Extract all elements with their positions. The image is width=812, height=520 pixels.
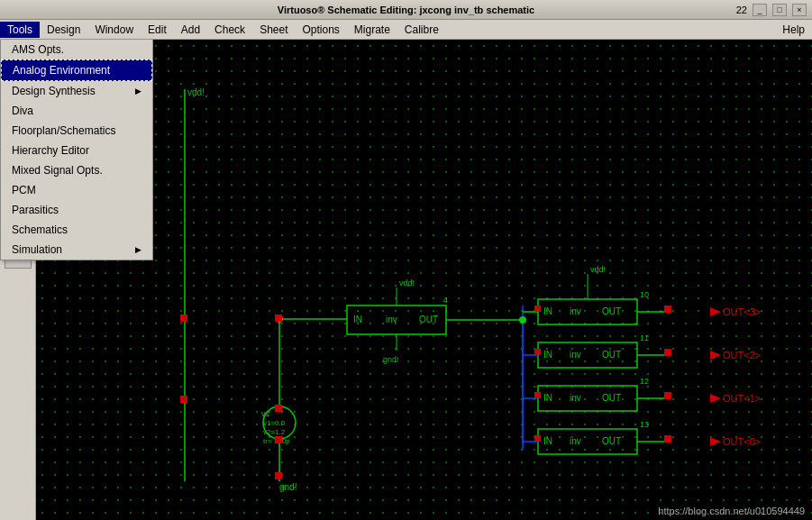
window-number: 22 (736, 5, 747, 15)
svg-text:v1=0.0: v1=0.0 (263, 419, 286, 427)
dropdown-floorplan-schematics[interactable]: Floorplan/Schematics (1, 121, 152, 141)
svg-rect-34 (275, 436, 282, 443)
svg-text:13: 13 (640, 420, 649, 429)
dropdown-diva[interactable]: Diva (1, 101, 152, 121)
dropdown-schematics[interactable]: Schematics (1, 220, 152, 240)
svg-text:10: 10 (640, 290, 649, 299)
svg-rect-88 (534, 435, 541, 442)
titlebar: Virtuoso® Schematic Editing: jxcong inv_… (0, 0, 812, 20)
svg-marker-79 (710, 437, 721, 446)
menu-calibre[interactable]: Calibre (397, 22, 446, 38)
menu-add[interactable]: Add (174, 22, 207, 38)
svg-text:inv: inv (386, 315, 397, 324)
svg-marker-52 (710, 307, 721, 316)
svg-text:v1: v1 (261, 409, 270, 418)
menu-check[interactable]: Check (207, 22, 252, 38)
svg-rect-31 (180, 396, 187, 403)
svg-text:11: 11 (640, 333, 649, 342)
svg-text:OUT: OUT (602, 306, 621, 316)
svg-text:IN: IN (543, 306, 552, 316)
close-button[interactable]: × (792, 4, 807, 16)
svg-rect-32 (275, 315, 282, 322)
svg-text:inv: inv (570, 436, 581, 446)
dropdown-simulation[interactable]: Simulation▶ (1, 240, 152, 260)
svg-marker-70 (710, 394, 721, 403)
menubar: Tools Design Window Edit Add Check Sheet… (0, 20, 812, 40)
svg-rect-78 (664, 435, 671, 442)
dropdown-mixed-signal-opts[interactable]: Mixed Signal Opts. (1, 160, 152, 180)
svg-text:IN: IN (353, 315, 362, 324)
svg-text:IN: IN (543, 393, 552, 403)
svg-text:gnd!: gnd! (279, 482, 297, 492)
svg-text:vdd!: vdd! (399, 278, 415, 287)
svg-rect-85 (534, 306, 541, 312)
dropdown-pcm[interactable]: PCM (1, 180, 152, 200)
svg-text:vdd!: vdd! (187, 87, 205, 97)
svg-text:inv: inv (570, 306, 581, 316)
dropdown-analog-environment[interactable]: Analog Environment (1, 59, 152, 81)
svg-rect-63 (538, 386, 637, 411)
svg-rect-60 (664, 349, 671, 356)
menu-edit[interactable]: Edit (141, 22, 174, 38)
svg-point-44 (519, 316, 526, 324)
svg-rect-51 (664, 306, 671, 313)
svg-rect-35 (275, 472, 282, 479)
svg-text:IN: IN (543, 350, 552, 360)
svg-text:OUT: OUT (419, 315, 438, 324)
svg-rect-54 (538, 342, 637, 368)
svg-rect-72 (538, 429, 637, 454)
svg-text:inv: inv (570, 350, 581, 360)
menu-options[interactable]: Options (295, 22, 346, 38)
menu-tools[interactable]: Tools (0, 22, 40, 38)
svg-rect-33 (275, 405, 282, 412)
svg-text:4: 4 (443, 296, 448, 305)
url-bar: https://blog.csdn.net/u010594449 (658, 506, 805, 516)
menu-sheet[interactable]: Sheet (252, 22, 295, 38)
menu-help[interactable]: Help (775, 22, 812, 38)
svg-text:vdd!: vdd! (590, 265, 606, 274)
dropdown-parasitics[interactable]: Parasitics (1, 200, 152, 220)
menu-window[interactable]: Window (87, 22, 141, 38)
svg-text:v2=1.2: v2=1.2 (263, 428, 286, 436)
svg-rect-30 (180, 315, 187, 322)
titlebar-title: Virtuoso® Schematic Editing: jxcong inv_… (278, 5, 534, 15)
svg-rect-69 (664, 392, 671, 399)
svg-text:12: 12 (640, 377, 649, 386)
svg-rect-45 (538, 299, 637, 324)
svg-text:OUT<1>: OUT<1> (723, 393, 761, 404)
dropdown-ams-opts[interactable]: AMS Opts. (1, 40, 152, 59)
svg-marker-61 (710, 351, 721, 360)
tools-dropdown: AMS Opts. Analog Environment Design Synt… (0, 40, 153, 260)
svg-text:inv: inv (570, 393, 581, 403)
svg-rect-87 (534, 392, 541, 398)
svg-text:OUT<0>: OUT<0> (723, 436, 761, 447)
svg-text:OUT: OUT (602, 350, 621, 360)
svg-text:OUT<3>: OUT<3> (723, 306, 761, 317)
svg-text:gnd!: gnd! (383, 355, 399, 364)
dropdown-hierarchy-editor[interactable]: Hierarchy Editor (1, 141, 152, 160)
menu-migrate[interactable]: Migrate (347, 22, 397, 38)
svg-text:OUT: OUT (602, 393, 621, 403)
menu-design[interactable]: Design (40, 22, 87, 38)
svg-text:OUT: OUT (602, 436, 621, 446)
dropdown-design-synthesis[interactable]: Design Synthesis▶ (1, 81, 152, 101)
maximize-button[interactable]: □ (772, 4, 787, 16)
minimize-button[interactable]: _ (753, 4, 767, 16)
svg-text:IN: IN (543, 436, 552, 446)
svg-rect-86 (534, 349, 541, 355)
svg-text:OUT<2>: OUT<2> (723, 350, 761, 360)
